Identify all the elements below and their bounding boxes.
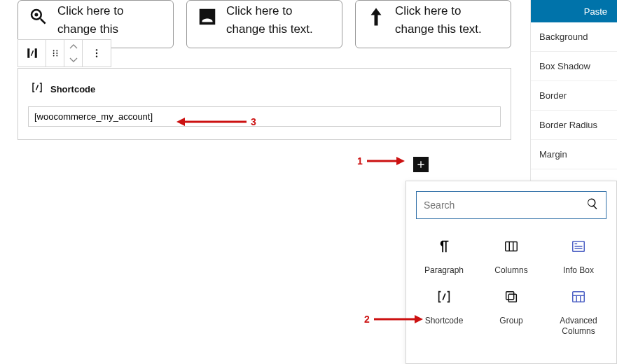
columns-icon	[504, 239, 519, 257]
info-box-text[interactable]: Click here to change this	[57, 2, 163, 38]
svg-rect-13	[508, 294, 516, 302]
contact-icon	[197, 6, 218, 30]
shortcode-block[interactable]: Shortcode	[18, 68, 511, 140]
group-icon	[504, 289, 519, 307]
arrow-right-icon	[367, 156, 405, 166]
search-input[interactable]	[424, 200, 586, 211]
shortcode-label: Shortcode	[50, 84, 95, 94]
svg-point-0	[34, 13, 38, 16]
svg-point-7	[96, 49, 97, 50]
block-inserter-panel: Paragraph Columns Info Box Shortcode Gro…	[405, 181, 617, 364]
svg-rect-14	[573, 291, 585, 302]
svg-point-2	[56, 50, 57, 52]
block-paragraph[interactable]: Paragraph	[413, 236, 475, 279]
arrow-up-icon	[366, 6, 387, 30]
svg-point-1	[53, 50, 54, 52]
svg-rect-10	[506, 242, 518, 251]
more-options-button[interactable]	[83, 40, 111, 66]
sidebar-item-box-shadow[interactable]: Box Shadow	[531, 52, 617, 81]
block-label: Paragraph	[424, 265, 464, 276]
block-group[interactable]: Group	[480, 286, 542, 340]
info-box-up[interactable]: Click here to change this text.	[355, 0, 511, 48]
shortcode-icon	[436, 289, 452, 307]
annotation-2: 2	[364, 314, 423, 325]
block-label: Info Box	[563, 265, 594, 276]
arrow-left-icon	[176, 117, 247, 127]
annotation-1: 1	[357, 155, 405, 167]
info-box-text[interactable]: Click here to change this text.	[226, 2, 332, 38]
move-up-button[interactable]	[69, 41, 78, 53]
sidebar-item-border[interactable]: Border	[531, 81, 617, 111]
svg-marker-16	[396, 157, 405, 165]
svg-point-5	[53, 55, 54, 57]
annotation-number: 1	[357, 155, 363, 167]
drag-handle-icon[interactable]	[46, 40, 64, 66]
sidebar-item-border-radius[interactable]: Border Radius	[531, 111, 617, 140]
location-icon	[28, 6, 49, 30]
paragraph-icon	[436, 239, 452, 257]
sidebar-item-margin[interactable]: Margin	[531, 140, 617, 169]
search-icon	[586, 197, 599, 213]
annotation-number: 2	[364, 314, 370, 325]
block-advanced-columns[interactable]: Advanced Columns	[548, 286, 609, 340]
svg-rect-12	[506, 291, 514, 299]
block-label: Advanced Columns	[549, 316, 608, 337]
tab-paste[interactable]: Paste	[584, 6, 607, 17]
info-box-contact[interactable]: Click here to change this text.	[186, 0, 342, 48]
advanced-columns-icon	[571, 289, 586, 307]
block-label: Group	[499, 316, 522, 327]
block-label: Shortcode	[425, 316, 464, 327]
sidebar-item-background[interactable]: Background	[531, 22, 617, 52]
add-block-button[interactable]	[413, 157, 429, 172]
arrow-right-icon	[374, 314, 423, 324]
settings-sidebar: Paste Background Box Shadow Border Borde…	[530, 0, 617, 182]
svg-point-8	[96, 52, 97, 54]
sidebar-tabs: Paste	[531, 0, 617, 22]
annotation-3: 3	[176, 116, 256, 127]
block-label: Columns	[494, 265, 527, 276]
shortcode-icon	[31, 81, 43, 97]
info-box-icon	[571, 239, 586, 257]
move-down-button[interactable]	[69, 53, 78, 66]
svg-marker-18	[415, 315, 423, 323]
annotation-number: 3	[251, 116, 256, 127]
svg-point-6	[56, 55, 57, 57]
svg-point-9	[96, 55, 97, 57]
info-box-text[interactable]: Click here to change this text.	[395, 2, 501, 38]
block-info-box[interactable]: Info Box	[548, 236, 609, 279]
block-columns[interactable]: Columns	[480, 236, 542, 279]
toolbar-block-type-icon[interactable]	[18, 40, 46, 66]
svg-point-3	[53, 52, 54, 54]
svg-marker-20	[176, 118, 185, 126]
shortcode-input[interactable]	[28, 106, 501, 127]
svg-point-4	[56, 52, 57, 54]
block-toolbar	[18, 39, 111, 67]
